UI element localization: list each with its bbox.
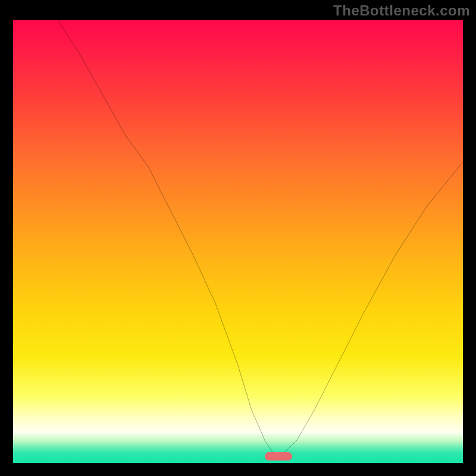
bottleneck-curve — [13, 20, 463, 463]
curve-path — [58, 20, 463, 454]
watermark-text: TheBottleneck.com — [333, 2, 470, 19]
plot-area — [13, 20, 463, 463]
current-config-marker — [265, 452, 292, 461]
chart-frame: TheBottleneck.com — [0, 0, 476, 476]
